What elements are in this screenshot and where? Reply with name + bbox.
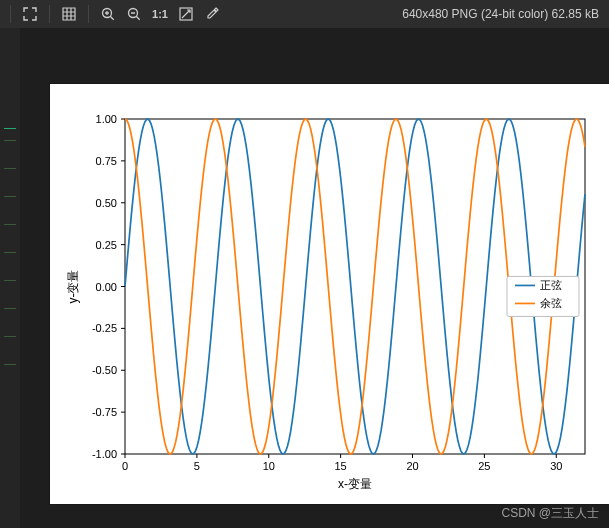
svg-text:x-变量: x-变量 — [338, 477, 372, 491]
divider — [10, 5, 11, 23]
grid-icon[interactable] — [58, 3, 80, 25]
svg-text:-1.00: -1.00 — [92, 448, 117, 460]
svg-text:0.25: 0.25 — [96, 239, 117, 251]
fit-icon[interactable] — [175, 3, 197, 25]
svg-text:正弦: 正弦 — [540, 279, 562, 291]
svg-text:20: 20 — [406, 460, 418, 472]
svg-text:10: 10 — [263, 460, 275, 472]
svg-text:25: 25 — [478, 460, 490, 472]
one-to-one-icon[interactable]: 1:1 — [149, 3, 171, 25]
svg-text:5: 5 — [194, 460, 200, 472]
svg-text:余弦: 余弦 — [540, 297, 562, 309]
svg-text:15: 15 — [335, 460, 347, 472]
watermark: CSDN @三玉人士 — [501, 505, 599, 522]
zoom-in-icon[interactable] — [97, 3, 119, 25]
svg-text:-0.50: -0.50 — [92, 364, 117, 376]
eyedropper-icon[interactable] — [201, 3, 223, 25]
svg-text:1.00: 1.00 — [96, 113, 117, 125]
divider — [88, 5, 89, 23]
svg-text:y-变量: y-变量 — [66, 270, 80, 304]
fullscreen-icon[interactable] — [19, 3, 41, 25]
ruler — [0, 28, 20, 528]
chart-svg: 051015202530-1.00-0.75-0.50-0.250.000.25… — [50, 84, 609, 504]
svg-text:-0.75: -0.75 — [92, 406, 117, 418]
image-status: 640x480 PNG (24-bit color) 62.85 kB — [402, 7, 603, 21]
svg-text:0.50: 0.50 — [96, 197, 117, 209]
svg-text:0: 0 — [122, 460, 128, 472]
svg-text:-0.25: -0.25 — [92, 322, 117, 334]
viewport: 051015202530-1.00-0.75-0.50-0.250.000.25… — [20, 28, 609, 528]
chart-figure: 051015202530-1.00-0.75-0.50-0.250.000.25… — [50, 84, 609, 504]
svg-text:0.00: 0.00 — [96, 281, 117, 293]
svg-text:30: 30 — [550, 460, 562, 472]
svg-text:0.75: 0.75 — [96, 155, 117, 167]
divider — [49, 5, 50, 23]
zoom-out-icon[interactable] — [123, 3, 145, 25]
toolbar: 1:1 640x480 PNG (24-bit color) 62.85 kB — [0, 0, 609, 28]
